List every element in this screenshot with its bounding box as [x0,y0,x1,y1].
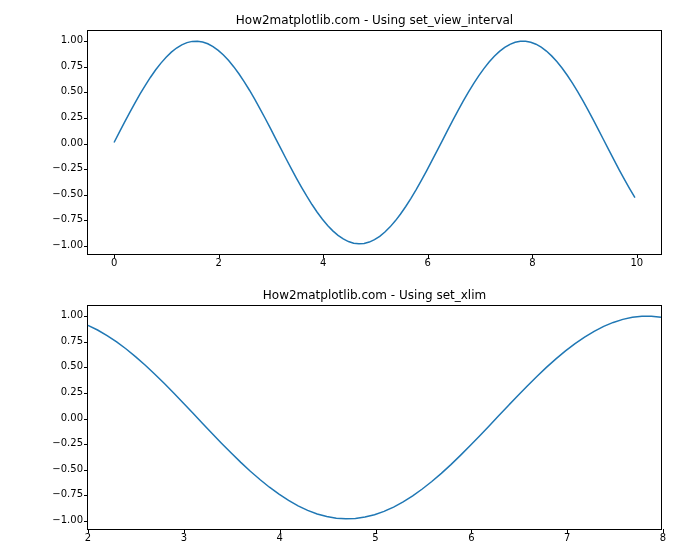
axes-title-top: How2matplotlib.com - Using set_view_inte… [88,13,661,27]
y-tick [84,144,88,145]
y-tick-label: 1.00 [61,34,83,45]
y-tick [84,92,88,93]
y-tick-label: −0.50 [52,462,83,473]
y-tick [84,316,88,317]
y-tick [84,419,88,420]
y-tick-label: −1.00 [52,513,83,524]
y-tick-label: 0.75 [61,59,83,70]
y-tick-label: 1.00 [61,309,83,320]
y-tick [84,521,88,522]
axes-bottom: How2matplotlib.com - Using set_xlim 2345… [87,305,662,530]
plot-area-bottom [88,306,661,529]
x-tick-label: 2 [215,257,221,268]
y-tick [84,246,88,247]
y-tick [84,195,88,196]
x-tick-label: 8 [529,257,535,268]
axes-title-bottom: How2matplotlib.com - Using set_xlim [88,288,661,302]
y-tick-label: 0.50 [61,85,83,96]
y-tick-label: 0.75 [61,334,83,345]
x-tick-label: 7 [564,532,570,543]
y-tick [84,393,88,394]
y-tick-label: 0.00 [61,136,83,147]
axes-top: How2matplotlib.com - Using set_view_inte… [87,30,662,255]
y-tick [84,495,88,496]
y-tick [84,41,88,42]
y-tick-label: −0.25 [52,162,83,173]
y-tick-label: −0.75 [52,213,83,224]
x-tick-label: 3 [181,532,187,543]
figure: How2matplotlib.com - Using set_view_inte… [0,0,700,560]
x-tick-label: 8 [660,532,666,543]
line-series-top [114,41,635,244]
y-tick-label: 0.50 [61,360,83,371]
y-tick [84,342,88,343]
y-tick [84,220,88,221]
y-tick-label: 0.25 [61,110,83,121]
y-tick [84,367,88,368]
x-tick-label: 4 [276,532,282,543]
y-tick [84,169,88,170]
x-tick-label: 0 [111,257,117,268]
x-tick-label: 5 [372,532,378,543]
x-tick-label: 4 [320,257,326,268]
x-tick-label: 10 [630,257,643,268]
x-tick-label: 2 [85,532,91,543]
x-tick-label: 6 [425,257,431,268]
y-tick [84,444,88,445]
y-tick-label: 0.00 [61,411,83,422]
y-tick-label: −0.25 [52,437,83,448]
y-tick [84,118,88,119]
y-tick-label: 0.25 [61,385,83,396]
plot-area-top [88,31,661,254]
x-tick-label: 6 [468,532,474,543]
y-tick [84,470,88,471]
y-tick-label: −0.50 [52,187,83,198]
y-tick-label: −0.75 [52,488,83,499]
y-tick-label: −1.00 [52,238,83,249]
y-tick [84,67,88,68]
line-series-bottom [88,316,661,519]
